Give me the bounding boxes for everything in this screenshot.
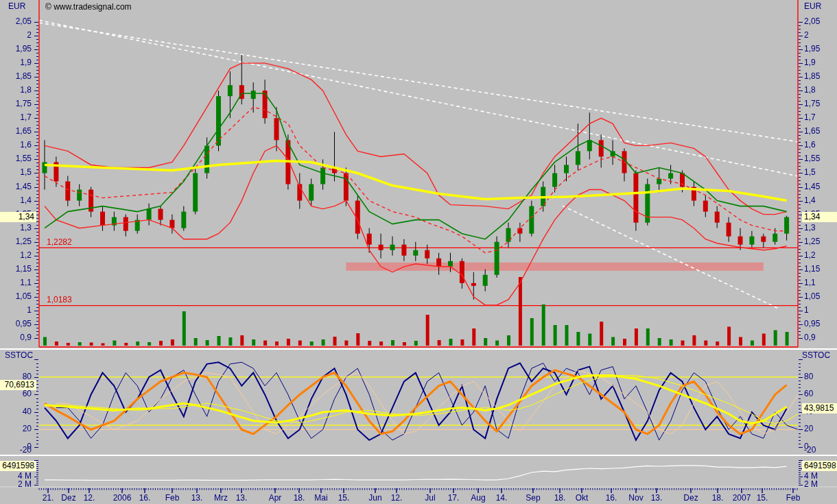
copyright-text: © www.tradesignal.com xyxy=(45,3,132,12)
tradesignal-chart-window: EUR EUR © www.tradesignal.com SSTOC SSTO… xyxy=(0,0,837,504)
price-tick-label: 1 xyxy=(0,306,32,315)
price-tick-label: 0,95 xyxy=(804,320,820,328)
price-tick-label: 1,55 xyxy=(0,154,32,163)
sstoc-tick-label: -20 xyxy=(0,446,32,455)
price-tick-label: 1,2 xyxy=(804,251,816,260)
price-tick-label: 1,85 xyxy=(804,72,820,81)
sstoc-tick-label: 20 xyxy=(0,424,32,433)
price-axis-unit-right: EUR xyxy=(804,2,821,11)
volume-tick-label: 2 M xyxy=(0,480,32,489)
price-tick-label: 1,65 xyxy=(0,127,32,136)
price-tick-label: 1,7 xyxy=(804,113,816,122)
volume-current-value-right: 6491598 xyxy=(802,461,837,471)
price-tick-label: 1,4 xyxy=(804,196,816,205)
price-tick-label: 1,95 xyxy=(0,45,32,53)
date-tick-label: 14. xyxy=(489,494,514,503)
date-tick-label: 18. xyxy=(705,494,730,503)
price-tick-label: 1,3 xyxy=(0,224,32,232)
price-tick-label: 1,55 xyxy=(804,154,820,163)
price-tick-label: 0,95 xyxy=(0,320,32,328)
price-tick-label: 1,6 xyxy=(0,141,32,149)
sstoc-tick-label: -20 xyxy=(804,446,816,455)
sstoc-tick-label: 60 xyxy=(804,389,813,398)
price-current-value-right: 1,34 xyxy=(802,212,837,222)
volume-tick-label: 2 M xyxy=(804,480,818,489)
price-tick-label: 1,15 xyxy=(0,265,32,274)
date-tick-label: Sep xyxy=(521,494,545,503)
chart-canvas[interactable] xyxy=(0,0,837,504)
date-tick-label: Okt xyxy=(569,494,594,503)
price-tick-label: 1,8 xyxy=(804,86,816,95)
date-tick-label: 18. xyxy=(547,494,572,503)
volume-current-value-left: 6491598 xyxy=(0,461,36,471)
sstoc-tick-label: 20 xyxy=(804,424,813,433)
date-tick-label: 18. xyxy=(287,494,311,503)
price-tick-label: 2,05 xyxy=(0,17,32,26)
price-tick-label: 1,75 xyxy=(0,99,32,108)
price-tick-label: 1,85 xyxy=(0,72,32,81)
date-tick-label: 2006 xyxy=(110,494,134,503)
sstoc-current-value-left: 70,6913 xyxy=(0,380,36,390)
date-tick-label: 12. xyxy=(384,494,409,503)
price-tick-label: 1,15 xyxy=(804,265,820,274)
price-tick-label: 1,9 xyxy=(0,58,32,67)
sstoc-panel-title-right: SSTOC xyxy=(802,351,830,360)
price-tick-label: 2 xyxy=(0,31,32,40)
price-tick-label: 1,3 xyxy=(804,224,816,232)
price-axis-unit-left: EUR xyxy=(8,2,25,11)
sstoc-tick-label: 60 xyxy=(0,389,32,398)
date-tick-label: Feb xyxy=(781,494,805,503)
price-tick-label: 2,05 xyxy=(804,17,820,26)
hline-lower-label: 1,0183 xyxy=(47,296,72,304)
price-tick-label: 1,25 xyxy=(804,237,820,246)
price-tick-label: 2 xyxy=(804,31,809,40)
sstoc-current-value-right: 43,9815 xyxy=(802,403,837,413)
price-tick-label: 1,25 xyxy=(0,237,32,246)
price-tick-label: 0,9 xyxy=(0,333,32,342)
date-tick-label: 13. xyxy=(644,494,669,503)
price-current-value-left: 1,34 xyxy=(0,212,36,222)
date-tick-label: 15. xyxy=(750,494,775,503)
hline-upper-label: 1,2282 xyxy=(47,238,72,247)
price-tick-label: 1,5 xyxy=(804,168,816,177)
price-tick-label: 0,9 xyxy=(804,333,816,342)
price-tick-label: 1,45 xyxy=(0,182,32,191)
price-tick-label: 1,8 xyxy=(0,86,32,95)
price-tick-label: 1,95 xyxy=(804,45,820,53)
price-tick-label: 1,1 xyxy=(0,278,32,287)
price-tick-label: 1,05 xyxy=(804,292,820,301)
price-tick-label: 1,75 xyxy=(804,99,820,108)
price-tick-label: 1,05 xyxy=(0,292,32,301)
price-tick-label: 1,45 xyxy=(804,182,820,191)
sstoc-panel-title-left: SSTOC xyxy=(5,351,33,360)
price-tick-label: 1 xyxy=(804,306,809,315)
date-tick-label: 15. xyxy=(331,494,356,503)
price-tick-label: 1,7 xyxy=(0,113,32,122)
date-tick-label: 13. xyxy=(185,494,209,503)
date-tick-label: 16. xyxy=(599,494,624,503)
date-tick-label: Jul xyxy=(418,494,443,503)
price-tick-label: 1,65 xyxy=(804,127,820,136)
date-tick-label: Feb xyxy=(160,494,185,503)
date-tick-label: Apr xyxy=(263,494,287,503)
sstoc-tick-label: 80 xyxy=(804,372,813,381)
date-tick-label: Aug xyxy=(466,494,491,503)
date-tick-label: 13. xyxy=(229,494,254,503)
price-tick-label: 1,5 xyxy=(0,168,32,177)
price-tick-label: 1,4 xyxy=(0,196,32,205)
date-tick-label: 17. xyxy=(441,494,466,503)
date-tick-label: 16. xyxy=(132,494,157,503)
price-tick-label: 1,6 xyxy=(804,141,816,149)
date-tick-label: Dez xyxy=(679,494,703,503)
price-tick-label: 1,1 xyxy=(804,278,816,287)
price-tick-label: 1,2 xyxy=(0,251,32,260)
date-tick-label: Mai xyxy=(309,494,333,503)
price-tick-label: 1,9 xyxy=(804,58,816,67)
date-tick-label: 12. xyxy=(77,494,102,503)
sstoc-tick-label: 40 xyxy=(0,407,32,416)
